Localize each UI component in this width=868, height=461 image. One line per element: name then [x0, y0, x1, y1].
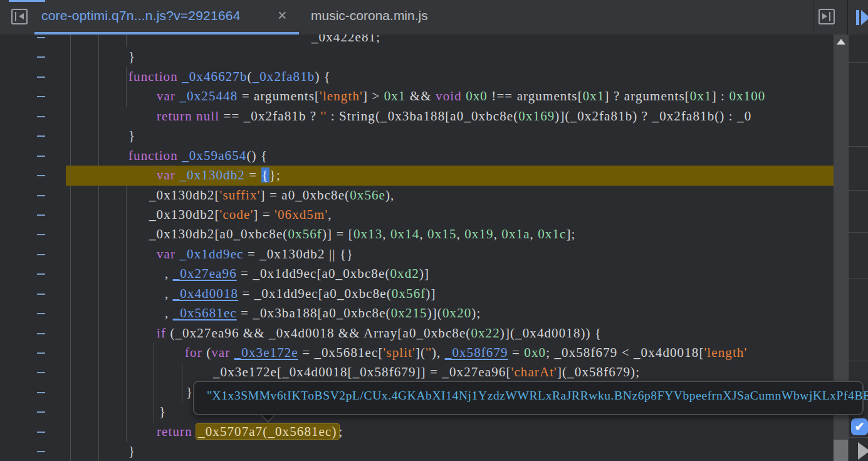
hide-navigator-icon[interactable] [11, 9, 28, 24]
fold-marker-icon[interactable] [37, 56, 45, 58]
code-line[interactable]: _0x422e81; [0, 34, 834, 47]
code-line[interactable]: _0x130db2[a0_0xbc8e(0x56f)] = [0x13, 0x1… [0, 225, 834, 244]
code-line[interactable]: } [0, 442, 834, 461]
fold-marker-icon[interactable] [37, 333, 45, 334]
fold-marker-icon[interactable] [37, 175, 45, 176]
fold-marker-icon[interactable] [37, 116, 45, 117]
pane-section-divider [849, 62, 868, 63]
code-line[interactable]: var _0x130db2 = {}; [0, 166, 834, 185]
code-line[interactable]: for (var _0x3e172e = _0x5681ec['split'](… [0, 343, 834, 363]
code-line[interactable]: _0x3e172e[_0x4d0018[_0x58f679]] = _0x27e… [0, 363, 834, 382]
code-line[interactable]: var _0x1dd9ec = _0x130db2 || {} [0, 245, 834, 264]
code-line[interactable]: , _0x5681ec = _0x3ba188[a0_0xbc8e(0x215)… [0, 304, 834, 323]
code-line[interactable]: return _0x5707a7(_0x5681ec); [0, 422, 834, 442]
show-debugger-panel-icon[interactable] [818, 9, 835, 24]
fold-marker-icon[interactable] [37, 215, 45, 216]
editor-tab-bar: core-optimi.q7n...n.js?v=2921664 × music… [0, 0, 868, 35]
fold-marker-icon[interactable] [37, 273, 45, 275]
tabbar-divider [847, 0, 848, 34]
code-line[interactable]: return null == _0x2fa81b ? '' : String(_… [0, 107, 834, 126]
fold-marker-icon[interactable] [37, 352, 45, 354]
pane-section-divider [849, 232, 868, 233]
resume-icon-arrow [861, 10, 868, 25]
code-line[interactable]: } [0, 47, 834, 66]
value-tooltip: "X1x3SMMv6tIKToBSV2pL/CUx.4GKAbXI14Nj1Yz… [193, 381, 864, 415]
fold-marker-icon[interactable] [37, 372, 45, 373]
fold-marker-icon[interactable] [37, 195, 45, 196]
code-line[interactable]: function _0x59a654() { [0, 146, 834, 166]
evaluated-expression-highlight: _0x5707a7(_0x5681ec) [196, 424, 338, 439]
tab-close-icon[interactable]: × [278, 6, 287, 24]
fold-marker-icon[interactable] [37, 411, 45, 413]
scrollbar-thumb[interactable] [834, 440, 848, 461]
fold-marker-icon[interactable] [37, 254, 45, 255]
fold-marker-icon[interactable] [37, 432, 45, 433]
fold-marker-icon[interactable] [37, 451, 45, 452]
fold-marker-icon[interactable] [37, 392, 45, 393]
pane-section-divider [849, 437, 868, 438]
code-line[interactable]: if (_0x27ea96 && _0x4d0018 && Array[a0_0… [0, 324, 834, 343]
pane-section-divider [849, 146, 868, 147]
code-line[interactable]: , _0x4d0018 = _0x1dd9ec[a0_0xbc8e(0x56f)… [0, 284, 834, 304]
resume-icon-bar [856, 10, 859, 25]
pane-section-divider [849, 361, 868, 361]
show-debugger-icon-bar [829, 12, 830, 21]
fold-marker-icon[interactable] [37, 135, 45, 137]
scrollbar-up-arrow-icon[interactable] [837, 39, 845, 45]
code-line[interactable]: function _0x46627b(_0x2fa81b) { [0, 67, 834, 87]
code-line[interactable]: _0x130db2['code'] = '06xd5m', [0, 205, 834, 225]
code-line[interactable]: var _0x25448 = arguments['length'] > 0x1… [0, 87, 834, 106]
hide-navigator-icon-arrow [19, 13, 24, 19]
panel-tab-accent [9, 0, 45, 2]
devtools-sources-panel: core-optimi.q7n...n.js?v=2921664 × music… [0, 0, 868, 461]
fold-marker-icon[interactable] [37, 77, 45, 78]
fold-marker-icon[interactable] [37, 294, 45, 295]
tab-inactive[interactable]: music-corona.min.js [311, 8, 428, 23]
fold-marker-icon[interactable] [37, 156, 45, 157]
resume-script-icon[interactable] [854, 10, 868, 25]
pane-section-divider [849, 190, 868, 191]
fold-marker-icon[interactable] [37, 313, 45, 314]
fold-marker-icon[interactable] [37, 96, 45, 97]
play-icon[interactable] [858, 442, 868, 460]
show-debugger-icon-arrow [822, 13, 827, 19]
fold-marker-icon[interactable] [37, 37, 45, 38]
fold-marker-icon[interactable] [37, 234, 45, 235]
code-line[interactable]: _0x130db2['suffix'] = a0_0xbc8e(0x56e), [0, 186, 834, 205]
breakpoint-checkbox[interactable]: ✔ [851, 418, 868, 435]
tab-active[interactable]: core-optimi.q7n...n.js?v=2921664 [41, 8, 241, 23]
pane-section-divider [849, 278, 868, 278]
code-line[interactable]: } [0, 126, 834, 146]
tabbar-divider [813, 0, 813, 34]
hide-navigator-icon-bar [15, 12, 16, 21]
code-line[interactable]: , _0x27ea96 = _0x1dd9ec[a0_0xbc8e(0xd2)] [0, 264, 834, 283]
tooltip-value-text: "X1x3SMMv6tIKToBSV2pL/CUx.4GKAbXI14Nj1Yz… [207, 389, 868, 403]
